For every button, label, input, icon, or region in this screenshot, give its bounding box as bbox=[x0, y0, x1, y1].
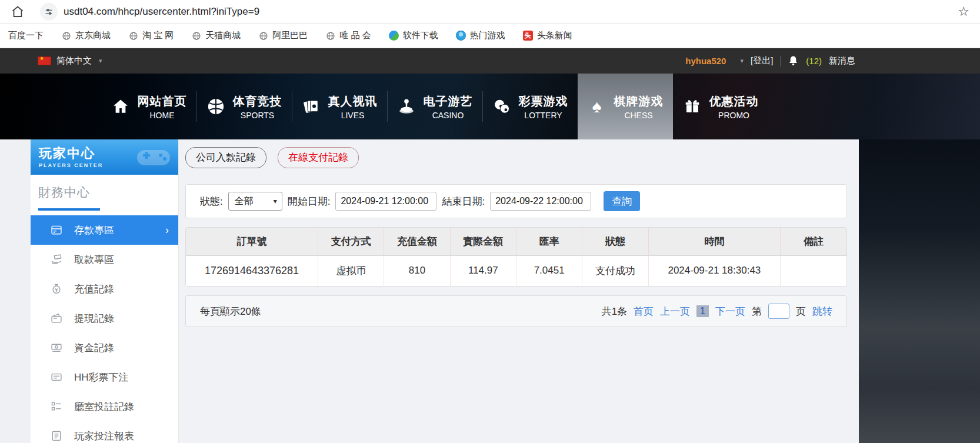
players-center-header: 玩家中心 PLAYERS CENTER bbox=[31, 139, 178, 175]
section-underline bbox=[38, 208, 100, 211]
gift-icon bbox=[683, 97, 702, 116]
bookmark-software[interactable]: 软件下载 bbox=[389, 30, 438, 41]
page-size-label: 每頁顯示20條 bbox=[200, 305, 261, 318]
bell-icon[interactable] bbox=[788, 55, 799, 66]
lottery-balls-icon bbox=[492, 97, 511, 116]
browser-home-icon[interactable] bbox=[11, 5, 25, 19]
nav-item-promo[interactable]: 优惠活动 PROMO bbox=[673, 74, 768, 139]
start-date-input[interactable] bbox=[335, 192, 436, 211]
url-text[interactable]: usdt04.com/hhcp/usercenter.html?iniType=… bbox=[64, 6, 259, 18]
finance-section: 財務中心 bbox=[31, 175, 178, 211]
sidebar-item-deposit[interactable]: 存款專區 › bbox=[31, 215, 178, 245]
globe-icon bbox=[191, 31, 201, 41]
gamepad-icon bbox=[135, 144, 172, 170]
filter-bar: 狀態: 全部 ▾ 開始日期: 結束日期: 查詢 bbox=[185, 184, 847, 218]
status-label: 狀態: bbox=[200, 195, 223, 208]
sidebar-menu: 存款專區 › 取款專區 充值記錄 bbox=[31, 215, 178, 443]
deposit-card-icon bbox=[51, 224, 62, 236]
sidebar-item-withdraw[interactable]: 取款專區 bbox=[31, 245, 178, 274]
globe-icon bbox=[258, 31, 268, 41]
browser-toolbar: usdt04.com/hhcp/usercenter.html?iniType=… bbox=[0, 0, 980, 24]
cell-time: 2024-09-21 18:30:43 bbox=[648, 255, 781, 286]
prev-page-link[interactable]: 上一页 bbox=[660, 305, 690, 318]
divider bbox=[780, 56, 781, 66]
header-order-no: 訂單號 bbox=[186, 228, 318, 255]
user-topbar: ★ 简体中文 ▾ hyhua520 ▾ [登出] (12) 新消息 bbox=[0, 48, 980, 74]
toutiao-icon: 头 bbox=[523, 31, 533, 41]
sidebar-item-recharge-record[interactable]: 充值記錄 bbox=[31, 274, 178, 304]
nav-spacer bbox=[0, 74, 101, 139]
spade-icon: ♠ bbox=[588, 97, 606, 116]
bookmark-alibaba[interactable]: 阿里巴巴 bbox=[258, 30, 308, 41]
nav-item-sports[interactable]: 体育竞技 SPORTS bbox=[196, 74, 292, 139]
search-button[interactable]: 查詢 bbox=[604, 191, 640, 211]
hand-money-icon bbox=[51, 254, 62, 265]
bookmark-tmall[interactable]: 天猫商城 bbox=[191, 30, 241, 41]
cards-icon bbox=[302, 97, 321, 116]
bookmark-star-icon[interactable]: ☆ bbox=[958, 5, 969, 18]
jump-go-link[interactable]: 跳转 bbox=[812, 305, 832, 318]
cell-pay-method: 虚拟币 bbox=[318, 255, 384, 286]
cell-actual-amount: 114.97 bbox=[450, 255, 516, 286]
globe-icon bbox=[61, 31, 71, 41]
tab-online-payment-record[interactable]: 在線支付記錄 bbox=[278, 147, 359, 168]
header-status: 狀態 bbox=[582, 228, 648, 255]
nav-item-home[interactable]: 网站首页 HOME bbox=[101, 74, 196, 139]
end-date-label: 結束日期: bbox=[442, 195, 485, 208]
cell-recharge-amount: 810 bbox=[384, 255, 450, 286]
sidebar-item-bet-report[interactable]: 玩家投注報表 bbox=[31, 421, 178, 443]
message-count[interactable]: (12) bbox=[806, 56, 822, 66]
joystick-icon bbox=[397, 97, 416, 116]
nav-item-casino[interactable]: 电子游艺 CASINO bbox=[387, 74, 482, 139]
message-label[interactable]: 新消息 bbox=[829, 55, 855, 66]
software-download-icon bbox=[389, 31, 399, 41]
bookmark-games[interactable]: 热门游戏 bbox=[456, 30, 505, 41]
status-select[interactable]: 全部 ▾ bbox=[228, 192, 282, 211]
bookmark-vip[interactable]: 唯 品 会 bbox=[325, 30, 371, 41]
cell-rate: 7.0451 bbox=[516, 255, 582, 286]
banknote-icon bbox=[51, 342, 62, 354]
sidebar-item-room-bet-record[interactable]: 廳室投註記錄 bbox=[31, 392, 178, 421]
nav-item-chess[interactable]: ♠ 棋牌游戏 CHESS bbox=[578, 74, 673, 139]
header-rate: 匯率 bbox=[516, 228, 582, 255]
language-label[interactable]: 简体中文 bbox=[56, 55, 92, 66]
main-content: 公司入款記錄 在線支付記錄 狀態: 全部 ▾ 開始日期: 結束日期: 查詢 bbox=[179, 139, 859, 443]
language-caret-icon[interactable]: ▾ bbox=[99, 57, 102, 65]
site-settings-icon[interactable] bbox=[40, 3, 58, 21]
username[interactable]: hyhua520 bbox=[685, 56, 726, 66]
jump-prefix: 第 bbox=[752, 305, 762, 318]
pagination-bar: 每頁顯示20條 共1条 首页 上一页 1 下一页 第 页 跳转 bbox=[185, 295, 847, 327]
sidebar: 玩家中心 PLAYERS CENTER 財務中心 bbox=[31, 139, 179, 443]
bookmark-toutiao[interactable]: 头 头条新闻 bbox=[523, 30, 572, 41]
list-icon bbox=[51, 401, 62, 412]
cell-status: 支付成功 bbox=[582, 255, 648, 286]
nav-item-lottery[interactable]: 彩票游戏 LOTTERY bbox=[482, 74, 578, 139]
jump-suffix: 页 bbox=[796, 305, 806, 318]
ticket-icon bbox=[51, 371, 62, 383]
select-caret-icon: ▾ bbox=[274, 197, 277, 205]
user-caret-icon[interactable]: ▾ bbox=[740, 57, 744, 65]
bookmark-baidu[interactable]: 百度一下 bbox=[8, 30, 44, 41]
nav-item-lives[interactable]: 真人视讯 LIVES bbox=[292, 74, 387, 139]
record-tabs: 公司入款記錄 在線支付記錄 bbox=[185, 147, 859, 168]
china-flag-icon: ★ bbox=[38, 56, 51, 65]
main-navigation: 网站首页 HOME 体育竞技 SPORTS 真人视讯 LIVES 电子游艺 CA… bbox=[0, 74, 980, 139]
sidebar-item-hh-lottery-bets[interactable]: HH彩票下注 bbox=[31, 362, 178, 392]
table-row: 1726914643376281 虚拟币 810 114.97 7.0451 支… bbox=[186, 255, 846, 286]
tab-company-deposit-record[interactable]: 公司入款記錄 bbox=[185, 147, 266, 168]
sports-ball-icon bbox=[206, 97, 225, 116]
background-decor bbox=[859, 139, 980, 443]
page-jump-input[interactable] bbox=[768, 304, 789, 319]
records-table: 訂單號 支付方式 充值金額 實際金額 匯率 狀態 時間 備註 172691464 bbox=[185, 227, 847, 287]
bookmark-jd[interactable]: 京东商城 bbox=[61, 30, 111, 41]
next-page-link[interactable]: 下一页 bbox=[715, 305, 745, 318]
sidebar-item-funds-record[interactable]: 資金記錄 bbox=[31, 333, 178, 362]
header-recharge-amount: 充值金額 bbox=[384, 228, 450, 255]
address-bar[interactable]: usdt04.com/hhcp/usercenter.html?iniType=… bbox=[40, 3, 259, 21]
end-date-input[interactable] bbox=[490, 192, 591, 211]
sidebar-item-withdrawal-record[interactable]: 提現記錄 bbox=[31, 304, 178, 333]
bookmark-taobao[interactable]: 淘 宝 网 bbox=[128, 30, 174, 41]
page-body: 玩家中心 PLAYERS CENTER 財務中心 bbox=[0, 139, 980, 443]
logout-link[interactable]: [登出] bbox=[751, 55, 773, 66]
first-page-link[interactable]: 首页 bbox=[634, 305, 654, 318]
